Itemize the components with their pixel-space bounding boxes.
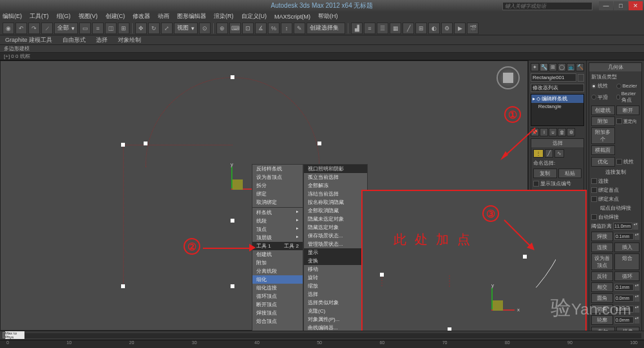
attach-button[interactable]: 附加	[591, 116, 615, 126]
window-crossing-button[interactable]: ⊞	[118, 23, 129, 34]
vertex-subobj-button[interactable]: ⋮	[533, 149, 544, 158]
ribbon-object-paint[interactable]: 对象绘制	[118, 36, 141, 44]
menu-maxscript[interactable]: MAXScript(M)	[274, 14, 310, 20]
scale-button[interactable]: ⤢	[161, 23, 173, 34]
ctx-divide[interactable]: 拆分	[252, 181, 303, 190]
bezier-radio[interactable]	[616, 84, 621, 89]
ctx-unhide-name[interactable]: 按名称取消隐藏	[304, 198, 367, 206]
transform-gizmo[interactable]: y	[231, 167, 232, 190]
outline-spinner[interactable]	[614, 316, 634, 324]
ctx-detach-seg[interactable]: 分离线段	[252, 267, 303, 275]
fillet-spinner[interactable]	[614, 295, 634, 302]
vertex[interactable]	[144, 142, 147, 145]
break-button[interactable]: 断开	[616, 105, 640, 115]
selection-rollout-hdr[interactable]: 选择	[531, 139, 583, 147]
minimize-button[interactable]: —	[599, 1, 613, 10]
ctx-segment-sub[interactable]: 线段	[252, 217, 303, 225]
connect-button[interactable]: 连接	[591, 243, 613, 252]
connect-checkbox[interactable]	[591, 178, 597, 184]
ctx-freeze-sel[interactable]: 冻结当前选择	[304, 190, 367, 198]
ctx-select-similar[interactable]: 选择类似对象	[304, 298, 367, 307]
ctx-save-state[interactable]: 保存场景状态...	[304, 232, 367, 240]
linear-radio[interactable]	[591, 84, 596, 89]
menu-animation[interactable]: 动画	[158, 12, 169, 21]
segment-subobj-button[interactable]: ╱	[545, 149, 553, 158]
ctx-scale[interactable]: 缩放	[304, 282, 367, 290]
cycle-button[interactable]: 循环	[614, 271, 639, 281]
ctx-unfreeze-all[interactable]: 全部解冻	[304, 181, 367, 190]
ctx-cycle-vertex[interactable]: 循环顶点	[252, 292, 303, 300]
ctx-make-first[interactable]: 设为首顶点	[252, 173, 303, 181]
menu-group[interactable]: 组(G)	[57, 12, 71, 21]
select-manipulate-button[interactable]: ⊕	[216, 23, 228, 34]
stack-item-edit-spline[interactable]: ▸ ◇ 编辑样条线	[531, 95, 583, 103]
maximize-button[interactable]: □	[614, 1, 628, 10]
vertex[interactable]	[231, 284, 234, 288]
intersect-button[interactable]: 相交	[591, 282, 613, 292]
object-name-field[interactable]	[531, 73, 576, 82]
pivot-button[interactable]: ⊙	[199, 23, 211, 34]
ctx-spline-sub[interactable]: 样条线	[252, 208, 303, 217]
viewport-label[interactable]: [+] 0 0 线框	[0, 53, 644, 60]
snap-toggle-button[interactable]: ⊡	[242, 23, 254, 34]
render-button[interactable]: 🎬	[467, 23, 478, 34]
select-name-button[interactable]: ≡	[92, 23, 104, 34]
weld-spinner[interactable]	[614, 233, 634, 240]
move-button[interactable]: ✥	[135, 23, 147, 34]
ctx-vertex-sub[interactable]: 顶点	[252, 225, 303, 234]
make-unique-button[interactable]: ∪	[549, 128, 557, 136]
ctx-break-vertex[interactable]: 断开顶点	[252, 300, 303, 309]
geometry-rollout-hdr[interactable]: 几何体	[589, 63, 641, 71]
selection-filter[interactable]: 全部 ▾	[54, 23, 78, 34]
redo-button[interactable]: ↷	[28, 23, 40, 34]
render-setup-button[interactable]: ⚙	[441, 23, 453, 34]
reverse-button[interactable]: 反转	[591, 271, 613, 281]
vertex[interactable]	[121, 284, 125, 288]
ctx-bind[interactable]: 绑定	[252, 190, 303, 198]
link-button[interactable]: ⟋	[41, 23, 53, 34]
ctx-refine-connect[interactable]: 细化连接	[252, 284, 303, 292]
menu-graph[interactable]: 图形编辑器	[177, 12, 206, 21]
vertex[interactable]	[121, 143, 125, 147]
insert-button[interactable]: 插入	[614, 243, 639, 252]
ctx-attach[interactable]: 附加	[252, 259, 303, 267]
ctx-fuse-vertex[interactable]: 熔合顶点	[252, 317, 303, 325]
ctx-reverse-spline[interactable]: 反转样条线	[252, 165, 303, 173]
menu-help[interactable]: 帮助(H)	[318, 12, 338, 21]
pin-stack-button[interactable]: 📌	[531, 128, 539, 136]
threshold-spinner[interactable]	[613, 223, 632, 230]
menu-tools[interactable]: 工具(T)	[30, 12, 49, 21]
viewcube[interactable]	[497, 66, 520, 89]
menu-create[interactable]: 创建(C)	[106, 12, 126, 21]
close-button[interactable]: ✕	[629, 1, 643, 10]
ctx-create-line[interactable]: 创建线	[252, 250, 303, 259]
hierarchy-panel-tab[interactable]: ⊞	[549, 63, 557, 71]
curve-editor-button[interactable]: ╱	[402, 23, 414, 34]
smooth-radio[interactable]	[591, 95, 596, 100]
vertex[interactable]	[231, 75, 234, 79]
percent-snap-button[interactable]: %	[268, 23, 279, 34]
fillet-button[interactable]: 圆角	[591, 293, 613, 303]
ctx-top-sub[interactable]: 顶层级	[252, 234, 303, 242]
cross-section-button[interactable]: 横截面	[591, 145, 615, 155]
chamfer-button[interactable]: 切角	[591, 304, 613, 314]
graphite-button[interactable]: ▦	[390, 23, 401, 34]
ctx-isolate[interactable]: 孤立当前选择	[304, 173, 367, 181]
ctx-refine[interactable]: 细化	[252, 275, 303, 284]
ctx-obj-props[interactable]: 对象属性(P)...	[304, 315, 367, 324]
ribbon-selection[interactable]: 选择	[96, 36, 108, 44]
modifier-stack-list[interactable]: ▸ ◇ 编辑样条线 Rectangle	[531, 94, 584, 126]
menu-render[interactable]: 渲染(R)	[214, 12, 234, 21]
vertex[interactable]	[231, 219, 234, 223]
viewport[interactable]: y 反转样条线 设为首顶点 拆分 绑定 取消绑定 样条线 线段 顶点 顶层级 工…	[0, 60, 528, 331]
vertex[interactable]	[317, 142, 321, 145]
show-vertex-num-checkbox[interactable]	[533, 181, 539, 187]
mirror-button[interactable]: ▟	[351, 23, 363, 34]
remove-mod-button[interactable]: 🗑	[558, 128, 566, 136]
menu-modifiers[interactable]: 修改器	[133, 12, 150, 21]
trackbar[interactable]: 0102030405060708090100	[0, 340, 644, 348]
ribbon-graphite[interactable]: Graphite 建模工具	[5, 36, 52, 44]
configure-button[interactable]: ⚙	[567, 128, 575, 136]
ctx-hide-unsel[interactable]: 隐藏未选定对象	[304, 215, 367, 223]
ctx-unhide-all[interactable]: 全部取消隐藏	[304, 206, 367, 215]
